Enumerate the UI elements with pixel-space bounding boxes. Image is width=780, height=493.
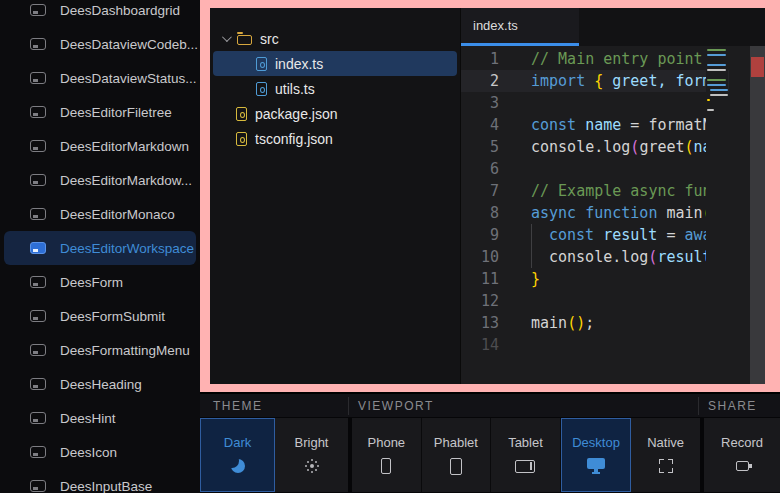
- minimap-line-mark: [707, 69, 726, 71]
- minimap-line-mark: [707, 49, 726, 51]
- tree-item-label: package.json: [255, 106, 338, 122]
- code-text: [513, 158, 531, 180]
- native-button[interactable]: Native: [631, 418, 700, 492]
- sidebar-item-deesheading[interactable]: DeesHeading: [4, 367, 196, 401]
- line-number: 11: [461, 268, 513, 290]
- component-sidebar: DeesDashboardgridDeesDataviewCodeb...Dee…: [0, 0, 200, 493]
- code-text: // Main entry point: [513, 48, 703, 70]
- minimap-line-mark: [707, 99, 710, 101]
- sidebar-item-label: DeesDataviewStatus...: [60, 71, 197, 86]
- toolbar-group-share: Record: [700, 418, 780, 492]
- phablet-button[interactable]: Phablet: [422, 418, 492, 492]
- line-number: 8: [461, 202, 513, 224]
- token: greet, form: [603, 72, 711, 90]
- scrollbar[interactable]: [750, 46, 765, 384]
- component-icon: [30, 174, 46, 186]
- code-text: }: [513, 268, 540, 290]
- tree-item-src[interactable]: src: [213, 26, 457, 51]
- sidebar-item-deeseditorfiletree[interactable]: DeesEditorFiletree: [4, 95, 196, 129]
- line-number: 1: [461, 48, 513, 70]
- record-button[interactable]: Record: [704, 418, 780, 492]
- bright-button[interactable]: Bright: [275, 418, 348, 492]
- sidebar-item-deesform[interactable]: DeesForm: [4, 265, 196, 299]
- sidebar-item-deesdataviewstatus[interactable]: DeesDataviewStatus...: [4, 61, 196, 95]
- sidebar-item-deeseditorworkspace[interactable]: DeesEditorWorkspace: [4, 231, 196, 265]
- line-number: 2: [461, 70, 513, 92]
- indent-guide: [531, 246, 549, 268]
- minimap-line-mark: [707, 109, 714, 111]
- sidebar-item-deeshint[interactable]: DeesHint: [4, 401, 196, 435]
- sidebar-item-deesicon[interactable]: DeesIcon: [4, 435, 196, 469]
- sun-icon: [304, 458, 320, 474]
- code-text: [513, 334, 531, 356]
- sidebar-item-deesinputbase[interactable]: DeesInputBase: [4, 469, 196, 493]
- component-icon: [30, 446, 46, 458]
- dark-button[interactable]: Dark: [200, 418, 275, 492]
- component-preview-frame: srcindex.tsutils.tspackage.jsontsconfig.…: [200, 0, 780, 392]
- overview-error-marker: [751, 57, 764, 77]
- tablet-icon: [515, 460, 535, 473]
- tablet-button[interactable]: Tablet: [491, 418, 561, 492]
- desktop-button[interactable]: Desktop: [561, 418, 632, 492]
- record-icon: [736, 461, 749, 471]
- code-text: import { greet, form: [513, 70, 712, 92]
- sidebar-item-label: DeesEditorMarkdow...: [60, 173, 192, 188]
- code-text: [513, 290, 531, 312]
- sidebar-item-deesdashboardgrid[interactable]: DeesDashboardgrid: [4, 0, 196, 27]
- sidebar-item-label: DeesDashboardgrid: [60, 3, 180, 18]
- line-number: 10: [461, 246, 513, 268]
- button-label: Bright: [295, 435, 329, 450]
- token: (): [567, 314, 585, 332]
- editor-workspace-demo: srcindex.tsutils.tspackage.jsontsconfig.…: [210, 8, 765, 384]
- sidebar-item-label: DeesEditorWorkspace: [60, 241, 194, 256]
- phone-icon: [381, 458, 391, 474]
- sidebar-item-deeseditormarkdow[interactable]: DeesEditorMarkdow...: [4, 163, 196, 197]
- sidebar-item-label: DeesFormattingMenu: [60, 343, 190, 358]
- native-icon: [659, 459, 673, 473]
- component-icon: [30, 140, 46, 152]
- tree-item-utils-ts[interactable]: utils.ts: [213, 76, 457, 101]
- token: (: [685, 138, 694, 156]
- token: = formatN: [621, 116, 711, 134]
- sidebar-item-deesformattingmenu[interactable]: DeesFormattingMenu: [4, 333, 196, 367]
- token: }: [531, 270, 540, 288]
- component-list: DeesDashboardgridDeesDataviewCodeb...Dee…: [0, 0, 200, 493]
- toolbar-separator: [698, 397, 699, 415]
- token: // Example async fun: [531, 182, 712, 200]
- token: greet: [639, 138, 684, 156]
- phone-button[interactable]: Phone: [352, 418, 422, 492]
- editor-tab-bar: index.ts: [461, 8, 765, 46]
- file-tree-panel: srcindex.tsutils.tspackage.jsontsconfig.…: [210, 8, 460, 384]
- tree-item-index-ts[interactable]: index.ts: [213, 51, 457, 76]
- minimap-line-mark: [707, 79, 726, 81]
- tree-item-tsconfig-json[interactable]: tsconfig.json: [213, 126, 457, 151]
- sidebar-item-deeseditormarkdown[interactable]: DeesEditorMarkdown: [4, 129, 196, 163]
- sidebar-item-deesdataviewcodeb[interactable]: DeesDataviewCodeb...: [4, 27, 196, 61]
- tab-index-ts[interactable]: index.ts: [461, 8, 579, 46]
- desktop-icon: [587, 457, 605, 475]
- component-icon: [30, 208, 46, 220]
- moon-icon: [231, 459, 245, 473]
- toolbar-header-viewport: VIEWPORT: [358, 394, 434, 418]
- tree-item-package-json[interactable]: package.json: [213, 101, 457, 126]
- tablet-icon: [515, 457, 535, 475]
- toolbar-headers: THEMEVIEWPORTSHARE: [200, 394, 780, 418]
- toolbar-group-viewport: PhonePhabletTabletDesktopNative: [348, 418, 700, 492]
- sidebar-item-deesformsubmit[interactable]: DeesFormSubmit: [4, 299, 196, 333]
- button-label: Record: [721, 435, 763, 450]
- line-number: 3: [461, 92, 513, 114]
- component-icon: [30, 106, 46, 118]
- token: =: [657, 226, 684, 244]
- sidebar-item-deeseditormonaco[interactable]: DeesEditorMonaco: [4, 197, 196, 231]
- minimap-line-mark: [707, 64, 726, 66]
- token: main: [657, 204, 702, 222]
- toolbar-buttons: DarkBrightPhonePhabletTabletDesktopNativ…: [200, 418, 780, 492]
- tree-item-label: src: [260, 31, 279, 47]
- minimap[interactable]: [706, 48, 728, 384]
- token: name: [576, 116, 621, 134]
- line-number: 6: [461, 158, 513, 180]
- code-area[interactable]: 1// Main entry point2import { greet, for…: [461, 46, 765, 384]
- token: import: [531, 72, 585, 90]
- token: {: [594, 72, 603, 90]
- sidebar-item-label: DeesHeading: [60, 377, 142, 392]
